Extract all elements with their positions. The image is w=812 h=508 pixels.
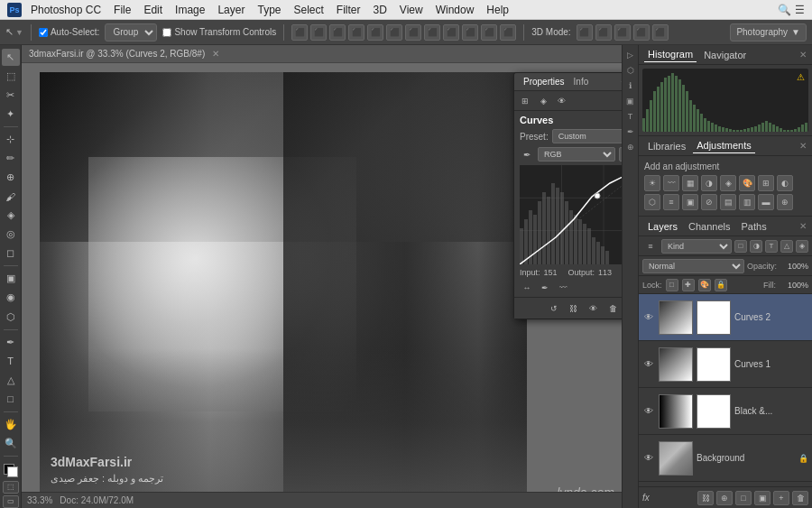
kind-filter-icon[interactable]: ≡ <box>642 238 659 254</box>
menu-filter[interactable]: Filter <box>331 2 366 18</box>
layers-tab[interactable]: Layers <box>644 219 681 234</box>
align-middle-icon[interactable]: ⬛ <box>367 24 383 41</box>
3d-icon2[interactable]: ⬛ <box>595 24 612 41</box>
right-icon-2[interactable]: ⬡ <box>624 64 637 77</box>
layer-item[interactable]: 👁 Black &... <box>639 388 812 435</box>
right-icon-7[interactable]: ⊕ <box>624 141 637 153</box>
lasso-tool[interactable]: ✂ <box>2 87 20 104</box>
crop-tool[interactable]: ⊹ <box>2 131 20 148</box>
layers-close[interactable]: ✕ <box>799 221 807 231</box>
distribute-icon6[interactable]: ⬛ <box>500 24 516 41</box>
right-icon-3[interactable]: ℹ <box>624 79 637 92</box>
auto-select-checkbox[interactable] <box>39 28 48 37</box>
zoom-tool[interactable]: 🔍 <box>2 435 20 452</box>
path-tool[interactable]: △ <box>2 372 20 389</box>
lock-all-icon[interactable]: 🔒 <box>715 279 727 291</box>
layer-delete-btn[interactable]: 🗑 <box>792 491 808 505</box>
histogram-close[interactable]: ✕ <box>799 50 807 60</box>
dodge-tool[interactable]: ⬡ <box>2 309 20 326</box>
screen-mode-btn[interactable]: ▭ <box>3 495 19 508</box>
distribute-icon5[interactable]: ⬛ <box>481 24 497 41</box>
right-icon-6[interactable]: ✒ <box>624 125 637 138</box>
3d-icon4[interactable]: ⬛ <box>633 24 650 41</box>
layer-item[interactable]: 👁 Curves 1 <box>639 341 812 388</box>
right-icon-1[interactable]: ▷ <box>624 49 637 61</box>
layers-fx-label[interactable]: fx <box>642 493 650 503</box>
eyedropper-tool[interactable]: ✏ <box>2 150 20 167</box>
menu-window[interactable]: Window <box>430 2 480 18</box>
3d-icon1[interactable]: ⬛ <box>577 24 593 41</box>
kind-shape-icon[interactable]: △ <box>780 240 793 253</box>
adj-selective-color[interactable]: ⊕ <box>777 194 793 210</box>
menu-help[interactable]: Help <box>481 2 514 18</box>
eraser-tool[interactable]: ◻ <box>2 245 20 262</box>
navigator-tab[interactable]: Navigator <box>700 48 750 62</box>
layer-style-btn[interactable]: ⊕ <box>716 491 733 505</box>
workspace-selector[interactable]: Photography ▼ <box>730 23 807 42</box>
move-tool[interactable]: ↖ <box>2 49 20 66</box>
menu-edit[interactable]: Edit <box>138 2 168 18</box>
align-center-icon[interactable]: ⬛ <box>310 24 327 41</box>
distribute-icon3[interactable]: ⬛ <box>443 24 459 41</box>
menu-file[interactable]: File <box>108 2 136 18</box>
libraries-tab[interactable]: Libraries <box>644 139 689 153</box>
adjustments-tab[interactable]: Adjustments <box>693 138 755 153</box>
layer-link-btn[interactable]: ⛓ <box>697 491 714 505</box>
curves-view-icon[interactable]: 👁 <box>586 301 601 316</box>
distribute-v-icon[interactable]: ⬛ <box>424 24 440 41</box>
text-tool[interactable]: T <box>2 353 20 370</box>
adj-vibrance[interactable]: ◈ <box>720 175 736 191</box>
layer-group-btn[interactable]: ▣ <box>754 491 770 505</box>
layer-visibility-1[interactable]: 👁 <box>642 358 655 371</box>
shape-tool[interactable]: □ <box>2 391 20 408</box>
adj-levels[interactable]: ▦ <box>682 175 698 191</box>
kind-adjust-icon[interactable]: ◑ <box>750 240 762 253</box>
adj-photo-filter[interactable]: ⬡ <box>644 194 660 210</box>
adj-posterize[interactable]: ▤ <box>720 194 736 210</box>
right-icon-5[interactable]: T <box>624 110 637 123</box>
curves-reset-icon[interactable]: ↺ <box>547 301 561 316</box>
align-left-icon[interactable]: ⬛ <box>291 24 308 41</box>
blur-tool[interactable]: ◉ <box>2 289 20 306</box>
adj-exposure[interactable]: ◑ <box>701 175 717 191</box>
pen-tool[interactable]: ✒ <box>2 334 20 351</box>
adj-bw[interactable]: ◐ <box>777 175 793 191</box>
search-icon[interactable]: 🔍 <box>778 4 791 16</box>
canvas-tab-close[interactable]: ✕ <box>212 49 219 59</box>
menu-type[interactable]: Type <box>252 2 286 18</box>
paths-tab[interactable]: Paths <box>738 219 770 234</box>
brush-tool[interactable]: 🖌 <box>2 188 20 205</box>
adj-color-lookup[interactable]: ▣ <box>682 194 698 210</box>
properties-tab[interactable]: Properties <box>520 76 568 88</box>
adj-gradient-map[interactable]: ▬ <box>758 194 774 210</box>
hand-tool[interactable]: 🖐 <box>2 416 20 433</box>
show-transform-checkbox[interactable] <box>162 28 171 37</box>
curves-smooth-tool[interactable]: 〰 <box>556 281 570 295</box>
lock-position-icon[interactable]: ✚ <box>682 279 695 291</box>
healing-tool[interactable]: ⊕ <box>2 169 20 186</box>
curves-layer-icon[interactable]: ⊞ <box>518 94 532 108</box>
layer-visibility-0[interactable]: 👁 <box>642 311 655 324</box>
menu-layer[interactable]: Layer <box>212 2 250 18</box>
magic-wand-tool[interactable]: ✦ <box>2 106 20 123</box>
menu-photoshop[interactable]: Photoshop CC <box>25 2 106 18</box>
right-icon-4[interactable]: ▣ <box>624 95 637 107</box>
menu-3d[interactable]: 3D <box>368 2 392 18</box>
curves-pen-tool[interactable]: ✒ <box>538 281 552 295</box>
background-color[interactable] <box>7 466 18 477</box>
layer-item[interactable]: 👁 Curves 2 <box>639 294 812 341</box>
kind-pixel-icon[interactable]: □ <box>734 240 747 253</box>
align-top-icon[interactable]: ⬛ <box>348 24 364 41</box>
3d-icon5[interactable]: ⬛ <box>652 24 669 41</box>
quick-mask-btn[interactable]: ⬚ <box>3 481 19 494</box>
curves-channel-select[interactable]: RGB Red Green Blue <box>538 147 615 162</box>
curves-auto-button[interactable]: Auto <box>619 147 622 162</box>
auto-select-dropdown[interactable]: Group Layer <box>105 23 157 42</box>
curves-clip-icon[interactable]: ◈ <box>536 94 550 108</box>
curves-visibility-icon[interactable]: 👁 <box>554 94 568 108</box>
distribute-h-icon[interactable]: ⬛ <box>405 24 421 41</box>
clone-tool[interactable]: ◈ <box>2 207 20 224</box>
marquee-tool[interactable]: ⬚ <box>2 68 20 85</box>
curves-trash-icon[interactable]: 🗑 <box>606 301 621 316</box>
align-bottom-icon[interactable]: ⬛ <box>386 24 402 41</box>
